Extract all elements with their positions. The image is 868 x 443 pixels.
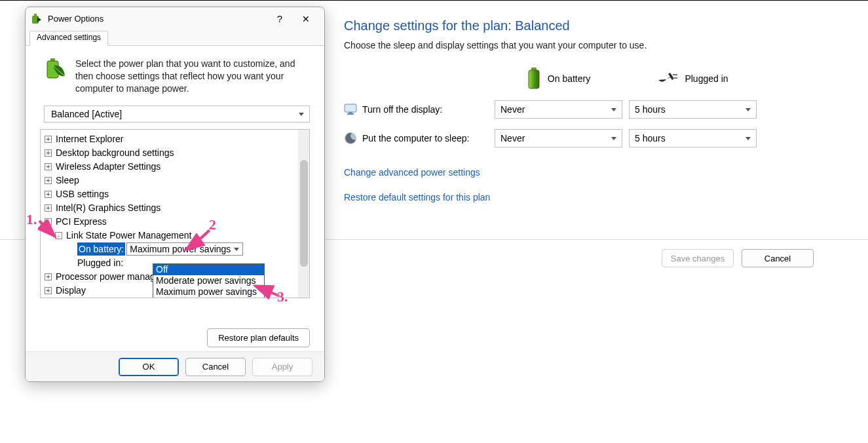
- battery-icon: [527, 67, 541, 90]
- annotation-2: 2: [209, 216, 216, 233]
- help-button[interactable]: ?: [267, 13, 293, 24]
- svg-rect-10: [50, 58, 55, 61]
- link-advanced[interactable]: Change advanced power settings: [344, 167, 842, 178]
- titlebar: Power Options ? ✕: [26, 7, 324, 30]
- annotation-1: 1.: [26, 211, 37, 228]
- display-plugged-select[interactable]: 5 hours: [629, 100, 757, 119]
- sleep-plugged-select[interactable]: 5 hours: [629, 129, 757, 147]
- intro-text: Select the power plan that you want to c…: [75, 58, 310, 95]
- dialog-title: Power Options: [48, 14, 104, 24]
- annotation-3: 3.: [277, 288, 288, 305]
- sleep-battery-select[interactable]: Never: [495, 129, 622, 147]
- moon-icon: [344, 132, 357, 145]
- pluggedin-label: Plugged in:: [77, 256, 123, 269]
- expand-icon[interactable]: +: [45, 191, 52, 198]
- expand-icon[interactable]: +: [45, 136, 52, 143]
- expand-icon[interactable]: +: [45, 273, 52, 280]
- tab-strip: Advanced settings: [26, 30, 324, 46]
- settings-links: Change advanced power settings Restore d…: [344, 167, 842, 202]
- settings-heading: Change settings for the plan: Balanced: [344, 18, 842, 33]
- expand-icon[interactable]: +: [45, 287, 52, 294]
- save-changes-button: Save changes: [662, 249, 734, 267]
- tree-item-sleep[interactable]: +Sleep: [42, 174, 307, 187]
- cancel-button[interactable]: Cancel: [185, 358, 246, 376]
- svg-rect-6: [347, 113, 354, 115]
- bottom-right-buttons: Save changes Cancel: [662, 249, 814, 267]
- col-header-battery-label: On battery: [548, 73, 590, 84]
- plug-icon: [657, 72, 678, 85]
- dialog-footer: OK Cancel Apply: [26, 351, 324, 381]
- row-display-label: Turn off the display:: [344, 103, 488, 116]
- tree-item-pcie[interactable]: -PCI Express: [42, 215, 307, 229]
- tree-item-linkstate[interactable]: -Link State Power Management: [42, 229, 307, 242]
- tree-item-usb[interactable]: +USB settings: [42, 187, 307, 201]
- settings-grid: On battery Plugged in Turn off the displ…: [344, 67, 842, 147]
- monitor-icon: [344, 103, 357, 116]
- tab-advanced-settings[interactable]: Advanced settings: [29, 31, 108, 46]
- expand-icon[interactable]: +: [45, 149, 52, 157]
- link-restore[interactable]: Restore default settings for this plan: [344, 192, 842, 202]
- svg-rect-4: [345, 104, 356, 112]
- plan-settings-panel: Change settings for the plan: Balanced C…: [344, 18, 842, 217]
- restore-defaults-button[interactable]: Restore plan defaults: [207, 328, 310, 347]
- close-button[interactable]: ✕: [293, 14, 319, 24]
- svg-rect-3: [673, 77, 677, 79]
- arrow-1-icon: [38, 220, 60, 242]
- display-battery-select[interactable]: Never: [495, 100, 622, 119]
- tree-item-desktop[interactable]: +Desktop background settings: [42, 146, 307, 160]
- cancel-plan-button[interactable]: Cancel: [742, 249, 814, 267]
- expand-icon[interactable]: +: [45, 163, 52, 170]
- power-options-dialog: Power Options ? ✕ Advanced settings Sele…: [25, 7, 325, 382]
- col-header-plugged: Plugged in: [629, 72, 757, 85]
- svg-rect-5: [349, 112, 352, 113]
- plan-select[interactable]: Balanced [Active]: [44, 106, 310, 123]
- pluggedin-dropdown-open[interactable]: Off Moderate power savings Maximum power…: [153, 263, 265, 298]
- col-header-battery: On battery: [495, 67, 622, 90]
- svg-rect-8: [34, 14, 37, 16]
- settings-tree: +Internet Explorer +Desktop background s…: [40, 129, 310, 298]
- ok-button[interactable]: OK: [119, 358, 179, 376]
- tree-item-ie[interactable]: +Internet Explorer: [42, 132, 307, 146]
- tree-item-intel[interactable]: +Intel(R) Graphics Settings: [42, 201, 307, 215]
- onbattery-label[interactable]: On battery:: [77, 242, 125, 256]
- svg-rect-1: [529, 70, 539, 88]
- onbattery-row: On battery: Maximum power savings: [42, 242, 307, 256]
- tree-scrollbar[interactable]: [298, 130, 309, 298]
- expand-icon[interactable]: +: [45, 177, 52, 184]
- option-moderate[interactable]: Moderate power savings: [153, 275, 264, 286]
- apply-button: Apply: [252, 358, 312, 376]
- tree-item-wireless[interactable]: +Wireless Adapter Settings: [42, 160, 307, 174]
- power-plan-icon: [44, 58, 67, 81]
- svg-rect-2: [673, 74, 677, 75]
- tree-scroll-thumb[interactable]: [300, 160, 308, 267]
- option-maximum[interactable]: Maximum power savings: [153, 286, 264, 298]
- settings-subtext: Choose the sleep and display settings th…: [344, 40, 842, 50]
- col-header-plugged-label: Plugged in: [685, 73, 728, 84]
- expand-icon[interactable]: +: [45, 204, 52, 212]
- row-sleep-label: Put the computer to sleep:: [344, 132, 488, 145]
- option-off[interactable]: Off: [153, 264, 264, 275]
- dialog-icon: [31, 13, 43, 25]
- svg-rect-0: [531, 67, 537, 70]
